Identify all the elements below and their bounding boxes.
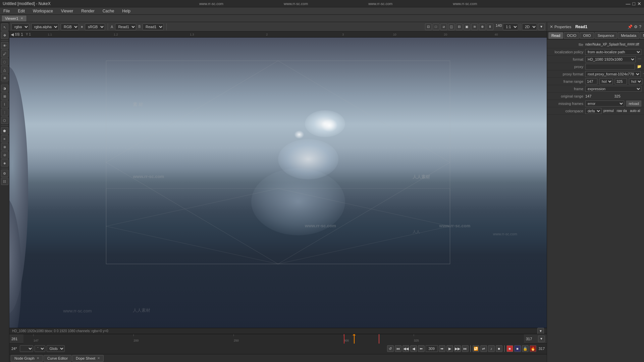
prop-frame-select[interactable]: expression (585, 86, 641, 92)
region-icon[interactable]: ⊡ (425, 23, 432, 30)
skip-to-start-button[interactable]: ⏮ (395, 345, 401, 352)
lock-button[interactable]: 🔒 (522, 345, 529, 352)
keyer-tool[interactable]: ◈ (1, 159, 8, 167)
tab-oiio[interactable]: OIIO (580, 32, 594, 39)
clone-tool[interactable]: ⊕ (1, 74, 8, 81)
move-tool[interactable]: ✥ (1, 32, 8, 39)
tab-node-graph[interactable]: Node Graph ✕ (11, 355, 43, 362)
menu-cache[interactable]: Cache (101, 8, 116, 14)
display-select[interactable]: sRGB (85, 23, 105, 30)
tracker-tool[interactable]: ⊞ (1, 93, 8, 100)
tab-node[interactable]: Node (640, 32, 644, 39)
out-point-button[interactable]: ■ (514, 345, 521, 352)
split-icon[interactable]: ◫ (448, 23, 455, 30)
dope-sheet-close-icon[interactable]: ✕ (97, 356, 100, 360)
frame-field[interactable]: f/8 (15, 32, 19, 37)
merge-tool[interactable]: ⊗ (1, 143, 8, 150)
loop-button[interactable]: 🔁 (473, 345, 479, 352)
timeline-settings-icon[interactable]: ▼ (538, 336, 545, 342)
tab-curve-editor[interactable]: Curve Editor (44, 355, 71, 362)
prop-cs-select1[interactable]: defau (585, 108, 601, 114)
nav-back-icon[interactable]: ◀ (11, 32, 14, 37)
mode-select[interactable]: 2D (522, 23, 537, 30)
props-pin-icon[interactable]: 📌 (628, 24, 633, 29)
close-button[interactable]: ✕ (637, 1, 641, 6)
alpha-select[interactable]: rgba.alpha (31, 23, 59, 30)
channel-tool[interactable]: ≡ (1, 135, 8, 142)
props-close-icon[interactable]: ✕ (550, 24, 553, 29)
pingpong-button[interactable]: ⇌ (480, 345, 487, 352)
warp-tool[interactable]: ⌇ (1, 101, 8, 108)
roto-tool[interactable]: ◌ (1, 58, 8, 65)
step-fwd-1-button[interactable]: ➡ (439, 345, 445, 352)
tab-close-icon[interactable]: ✕ (20, 16, 23, 20)
step-back-1-button[interactable]: ⬅ (418, 345, 425, 352)
prop-pf-select[interactable]: root.proxy_format-1024x778 (585, 71, 641, 77)
settings-icon[interactable]: ▼ (538, 23, 545, 30)
tf-select[interactable]: TF (35, 345, 45, 352)
channel-select[interactable]: rgba (11, 23, 29, 30)
prop-mf-select[interactable]: error (585, 101, 624, 107)
menu-help[interactable]: Help (121, 8, 132, 14)
prop-fr-start[interactable] (585, 78, 597, 84)
viewer-canvas[interactable]: 素 材 www.rr-sc.com www.rr-sc.com www.rr-s… (9, 38, 547, 328)
guide-icon[interactable]: ⊕ (479, 23, 486, 30)
node-b-select[interactable]: Read1 (143, 23, 164, 30)
prop-proxy-input[interactable] (585, 64, 635, 70)
scopes-icon[interactable]: ≋ (471, 23, 478, 30)
colorspace-select[interactable]: RGB (61, 23, 79, 30)
timeline-playhead[interactable] (354, 334, 355, 344)
extra-tool-2[interactable]: ☷ (1, 178, 8, 185)
checker-icon[interactable]: ▣ (464, 23, 470, 30)
timeline-ruler[interactable]: 147 200 250 300 325 (23, 334, 524, 344)
shape-tool[interactable]: △ (1, 66, 8, 73)
fire-button[interactable]: 🔥 (530, 345, 536, 352)
node-a-select[interactable]: Read1 (115, 23, 136, 30)
props-settings-icon[interactable]: ⚙ (634, 24, 638, 29)
step-fwd-button[interactable]: ▶▶ (454, 345, 461, 352)
props-help-icon[interactable]: ? (639, 24, 641, 29)
sync-button[interactable]: ↺ (387, 345, 394, 352)
menu-render[interactable]: Render (80, 8, 96, 14)
mask-icon[interactable]: □ (433, 23, 439, 30)
prop-loc-select[interactable]: from auto-localize path (585, 49, 641, 55)
stop-button[interactable]: ■ (496, 345, 502, 352)
frame-input[interactable] (426, 345, 438, 352)
pause-icon[interactable]: ⏸ (487, 23, 493, 30)
global-select[interactable]: Global (47, 345, 65, 352)
zoom-select[interactable]: 1:1 (503, 23, 518, 30)
in-point-button[interactable]: ■ (506, 345, 513, 352)
viewer-tab[interactable]: Viewer1 ✕ (1, 15, 27, 22)
menu-viewer[interactable]: Viewer (60, 8, 74, 14)
viewer-tool[interactable]: 👁 (1, 42, 8, 49)
menu-edit[interactable]: Edit (16, 8, 26, 14)
fps-select[interactable] (20, 345, 33, 352)
prop-pf-icon[interactable]: ⋯ (643, 72, 644, 76)
filter-tool[interactable]: ⊘ (1, 151, 8, 159)
tab-dope-sheet[interactable]: Dope Sheet ✕ (72, 355, 104, 362)
menu-file[interactable]: File (2, 8, 11, 14)
menu-workspace[interactable]: Workspace (32, 8, 54, 14)
tab-ocio[interactable]: OCIO (564, 32, 579, 39)
step-back-button[interactable]: ◀◀ (402, 345, 409, 352)
prop-format-icon[interactable]: ⋯ (638, 57, 641, 61)
prop-fr-hold1[interactable]: hold (599, 78, 613, 84)
prop-format-select[interactable]: HD_1080 644x362 (585, 56, 636, 62)
play-fwd-button[interactable]: ▶ (446, 345, 453, 352)
prop-proxy-icon[interactable]: 📁 (637, 64, 642, 69)
prop-fr-hold2[interactable]: hold (629, 78, 642, 84)
tab-metadata[interactable]: Metadata (618, 32, 639, 39)
minimize-button[interactable]: — (626, 1, 631, 6)
play-back-button[interactable]: ◀ (410, 345, 417, 352)
frame-num[interactable]: 1 (21, 32, 23, 37)
deep-tool[interactable]: ⬟ (1, 127, 8, 134)
paint-tool[interactable]: 🖊 (1, 50, 8, 57)
3d-tool[interactable]: ⬡ (1, 117, 8, 124)
audio-button[interactable]: ♪ (488, 345, 495, 352)
maximize-button[interactable]: □ (633, 1, 635, 6)
skip-to-end-button[interactable]: ⏭ (462, 345, 469, 352)
select-tool[interactable]: ↖ (1, 23, 8, 31)
wipe-icon[interactable]: ⊟ (456, 23, 463, 30)
node-graph-close-icon[interactable]: ✕ (37, 356, 39, 360)
prop-mf-reload-button[interactable]: reload (626, 101, 641, 107)
